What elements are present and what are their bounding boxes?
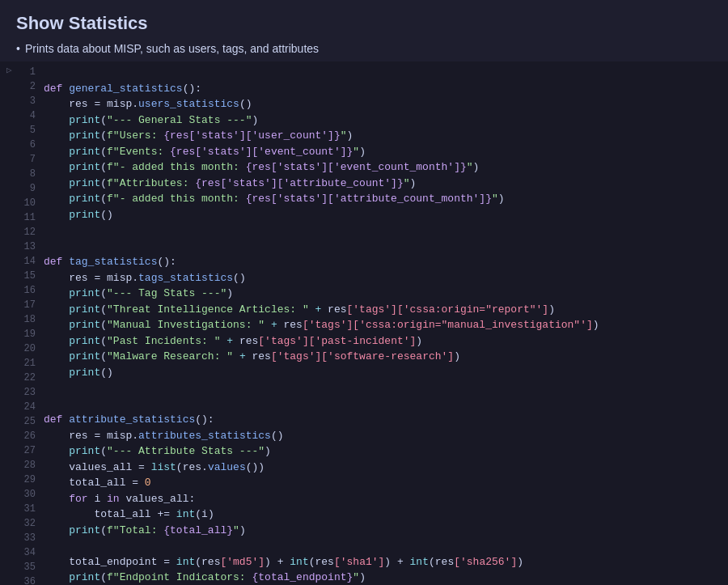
line-number-20: 20 (24, 341, 36, 356)
line-number-29: 29 (24, 473, 36, 487)
code-line-27: total_all = 0 (44, 475, 728, 491)
page-title: Show Statistics (16, 13, 712, 34)
code-line-13: def tag_statistics(): (44, 254, 728, 270)
line-number-11: 11 (24, 210, 36, 225)
code-line-20: print() (44, 365, 728, 381)
line-number-4: 4 (30, 108, 36, 123)
code-line-18: print("Past Incidents: " + res['tags']['… (44, 333, 728, 350)
line-number-36: 36 (24, 574, 36, 585)
code-line-23: def attribute_statistics(): (44, 412, 728, 428)
line-number-33: 33 (24, 531, 36, 545)
line-number-5: 5 (30, 123, 36, 138)
line-number-9: 9 (30, 181, 36, 196)
code-line-7: print(f"- added this month: {res['stats'… (44, 159, 728, 176)
line-number-8: 8 (30, 167, 36, 181)
line-number-19: 19 (24, 327, 36, 341)
line-number-2: 2 (30, 79, 36, 94)
code-line-11 (44, 223, 728, 239)
code-line-33: print(f"Endpoint Indicators: {total_endp… (44, 570, 728, 585)
line-number-28: 28 (24, 458, 36, 473)
line-number-17: 17 (24, 298, 36, 312)
line-number-12: 12 (24, 225, 36, 240)
fold-arrow[interactable]: ▷ (6, 65, 12, 75)
page-header: Show Statistics • Prints data about MISP… (0, 0, 728, 61)
line-number-26: 26 (24, 429, 36, 443)
code-editor: ▷ (function(){ const g = document.curren… (0, 61, 728, 585)
line-number-18: 18 (24, 312, 36, 327)
line-number-31: 31 (24, 502, 36, 516)
code-line-12 (44, 239, 728, 255)
code-line-16: print("Threat Intelligence Articles: " +… (44, 302, 728, 318)
code-line-5: print(f"Users: {res['stats']['user_count… (44, 128, 728, 144)
code-line-10: print() (44, 207, 728, 223)
code-line-4: print("--- General Stats ---") (44, 112, 728, 129)
code-line-26: values_all = list(res.values()) (44, 460, 728, 476)
line-number-3: 3 (30, 94, 36, 108)
line-number-1: 1 (30, 65, 36, 79)
code-line-32: total_endpoint = int(res['md5']) + int(r… (44, 554, 728, 570)
line-number-27: 27 (24, 443, 36, 458)
code-line-8: print(f"Attributes: {res['stats']['attri… (44, 176, 728, 192)
code-line-14: res = misp.tags_statistics() (44, 270, 728, 286)
line-number-34: 34 (24, 545, 36, 560)
code-line-2: def general_statistics(): (44, 81, 728, 97)
code-line-22 (44, 396, 728, 413)
line-number-16: 16 (24, 283, 36, 298)
line-number-15: 15 (24, 269, 36, 283)
code-content[interactable]: def general_statistics(): res = misp.use… (40, 61, 728, 585)
code-line-31 (44, 538, 728, 554)
code-line-24: res = misp.attributes_statistics() (44, 428, 728, 444)
line-number-32: 32 (24, 516, 36, 531)
line-number-10: 10 (24, 196, 36, 210)
line-number-23: 23 (24, 385, 36, 400)
bullet-icon: • (16, 42, 20, 55)
code-line-1 (44, 65, 728, 81)
line-number-22: 22 (24, 371, 36, 385)
code-line-15: print("--- Tag Stats ---") (44, 286, 728, 302)
line-number-30: 30 (24, 487, 36, 502)
line-numbers: (function(){ const g = document.currentS… (16, 61, 40, 585)
line-number-14: 14 (24, 254, 36, 269)
code-line-28: for i in values_all: (44, 491, 728, 507)
code-line-30: print(f"Total: {total_all}") (44, 523, 728, 539)
subtitle-text: Prints data about MISP, such as users, t… (25, 42, 319, 55)
line-number-35: 35 (24, 560, 36, 574)
code-line-19: print("Malware Research: " + res['tags']… (44, 349, 728, 365)
code-line-21 (44, 380, 728, 396)
line-number-13: 13 (24, 240, 36, 254)
line-number-21: 21 (24, 356, 36, 371)
code-line-6: print(f"Events: {res['stats']['event_cou… (44, 144, 728, 160)
code-line-3: res = misp.users_statistics() (44, 96, 728, 112)
line-number-7: 7 (30, 152, 36, 167)
code-line-9: print(f"- added this month: {res['stats'… (44, 191, 728, 207)
line-number-25: 25 (24, 414, 36, 429)
code-line-29: total_all += int(i) (44, 507, 728, 523)
line-number-6: 6 (30, 138, 36, 152)
line-number-24: 24 (24, 400, 36, 414)
code-line-25: print("--- Attribute Stats ---") (44, 443, 728, 460)
page-subtitle: • Prints data about MISP, such as users,… (16, 42, 712, 55)
code-line-17: print("Manual Investigations: " + res['t… (44, 317, 728, 333)
